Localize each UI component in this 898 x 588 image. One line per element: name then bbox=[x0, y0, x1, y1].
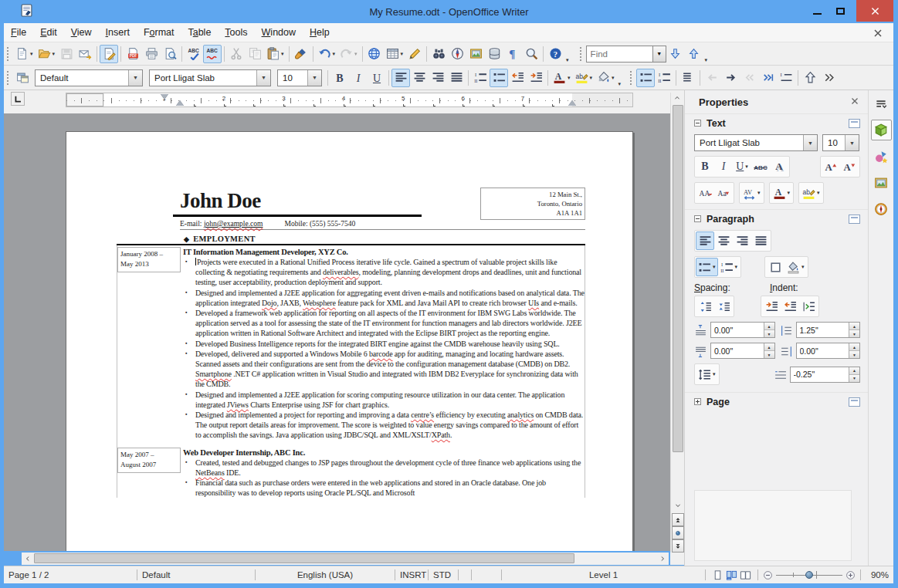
chevron-down-icon[interactable]: ▾ bbox=[612, 75, 615, 81]
toolbar-more-button[interactable] bbox=[819, 69, 838, 87]
gallery-button[interactable] bbox=[466, 45, 485, 63]
new-document-button[interactable]: ▾ bbox=[13, 45, 36, 63]
decrease-indent-button[interactable] bbox=[508, 69, 527, 87]
chevron-down-icon[interactable]: ▼ bbox=[803, 135, 817, 150]
align-justified-button[interactable] bbox=[751, 231, 770, 250]
toolbar-options-button[interactable]: ▾ bbox=[564, 45, 571, 63]
auto-spellcheck-button[interactable]: ABC bbox=[203, 45, 222, 63]
toolbar-grip[interactable] bbox=[578, 46, 583, 62]
decrease-indent-button[interactable] bbox=[781, 297, 799, 316]
right-indent-marker[interactable] bbox=[568, 100, 576, 106]
chevron-down-icon[interactable]: ▾ bbox=[568, 75, 571, 81]
status-page-count[interactable]: Page 1 / 2 bbox=[4, 570, 137, 580]
decrease-spacing-button[interactable] bbox=[714, 297, 733, 316]
paragraph-dialog-launcher-icon[interactable] bbox=[849, 215, 860, 224]
bold-button[interactable]: B bbox=[696, 157, 714, 176]
chevron-down-icon[interactable]: ▼ bbox=[128, 70, 142, 86]
chevron-down-icon[interactable]: ▾ bbox=[757, 190, 761, 196]
hanging-indent-marker[interactable] bbox=[176, 100, 184, 106]
demote-one-level-button[interactable] bbox=[721, 69, 740, 87]
bullets-on-off-button[interactable] bbox=[636, 69, 655, 87]
find-previous-button[interactable] bbox=[685, 45, 703, 63]
uppercase-button[interactable]: AA bbox=[696, 184, 714, 202]
zoom-slider-thumb[interactable] bbox=[805, 571, 813, 579]
copy-button[interactable] bbox=[246, 45, 264, 63]
single-page-view-button[interactable] bbox=[712, 569, 723, 581]
increase-font-size-button[interactable]: A bbox=[822, 157, 840, 176]
chevron-down-icon[interactable]: ▾ bbox=[801, 264, 805, 270]
menu-item-window[interactable]: Window bbox=[255, 25, 303, 40]
collapse-icon[interactable] bbox=[694, 120, 701, 127]
export-pdf-button[interactable]: PDF bbox=[124, 45, 142, 63]
minimize-button[interactable] bbox=[805, 2, 829, 19]
sidebar-font-name-combo[interactable]: Port Lligat Slab▼ bbox=[694, 134, 818, 151]
chevron-down-icon[interactable]: ▾ bbox=[281, 51, 284, 57]
font-color-button[interactable]: A▾ bbox=[771, 184, 793, 202]
next-page-button[interactable] bbox=[672, 539, 684, 553]
font-color-button[interactable]: A▾ bbox=[551, 69, 573, 87]
underline-button[interactable]: U▾ bbox=[733, 157, 751, 176]
spinner-buttons[interactable]: ▲▼ bbox=[764, 343, 774, 358]
spinner-buttons[interactable]: ▲▼ bbox=[764, 323, 774, 337]
promote-one-level-button[interactable] bbox=[703, 69, 721, 87]
lowercase-button[interactable]: Aa bbox=[714, 184, 733, 202]
line-spacing-button[interactable]: ▾ bbox=[696, 365, 718, 384]
increase-spacing-button[interactable] bbox=[696, 297, 714, 316]
tab-properties-button[interactable] bbox=[871, 120, 892, 140]
first-line-indent-field[interactable]: ▲▼ bbox=[790, 367, 860, 383]
email-link[interactable]: john@example.com bbox=[204, 220, 263, 228]
below-paragraph-spacing-field[interactable]: ▲▼ bbox=[710, 343, 775, 359]
menu-item-format[interactable]: Format bbox=[137, 25, 181, 40]
promote-with-subpoints-button[interactable] bbox=[740, 69, 758, 87]
chevron-down-icon[interactable]: ▾ bbox=[788, 190, 791, 196]
shadow-button[interactable]: A bbox=[770, 157, 788, 176]
spinner-buttons[interactable]: ▲▼ bbox=[849, 343, 859, 358]
section-header-text[interactable]: Text bbox=[685, 113, 868, 132]
zoom-out-icon[interactable] bbox=[763, 570, 773, 580]
multi-page-view-button[interactable] bbox=[726, 569, 737, 581]
help-button[interactable]: ? bbox=[546, 45, 564, 63]
toolbar-grip[interactable] bbox=[629, 70, 633, 86]
horizontal-scroll-thumb[interactable] bbox=[34, 553, 574, 563]
numbering-on-off-button[interactable]: III bbox=[655, 69, 673, 87]
increase-indent-button[interactable] bbox=[527, 69, 545, 87]
vertical-scroll-thumb[interactable] bbox=[673, 105, 683, 452]
save-button[interactable] bbox=[57, 45, 76, 63]
menu-item-file[interactable]: File bbox=[4, 25, 33, 40]
clone-formatting-button[interactable] bbox=[292, 45, 310, 63]
styles-and-formatting-button[interactable] bbox=[13, 69, 32, 87]
data-sources-button[interactable] bbox=[485, 45, 503, 63]
no-list-button[interactable] bbox=[679, 69, 697, 87]
navigator-button[interactable] bbox=[448, 45, 466, 63]
zoom-in-icon[interactable] bbox=[845, 570, 856, 580]
move-up-button[interactable] bbox=[801, 69, 819, 87]
collapse-icon[interactable] bbox=[694, 215, 701, 222]
after-text-indent-field[interactable]: ▲▼ bbox=[796, 343, 861, 359]
increase-indent-button[interactable] bbox=[762, 297, 781, 316]
page-dialog-launcher-icon[interactable] bbox=[849, 397, 860, 407]
sidebar-font-size-combo[interactable]: 10▼ bbox=[822, 134, 859, 151]
document-close-button[interactable] bbox=[872, 27, 884, 39]
scroll-right-arrow-icon[interactable] bbox=[656, 553, 669, 564]
hyperlink-button[interactable] bbox=[365, 45, 384, 63]
chevron-down-icon[interactable]: ▾ bbox=[745, 164, 748, 170]
scroll-up-arrow-icon[interactable] bbox=[671, 93, 683, 103]
status-language[interactable]: English (USA) bbox=[256, 570, 395, 580]
table-button[interactable]: ▾ bbox=[384, 45, 406, 63]
menu-item-insert[interactable]: Insert bbox=[99, 25, 137, 40]
align-left-button[interactable] bbox=[391, 69, 410, 87]
menu-item-edit[interactable]: Edit bbox=[33, 25, 64, 40]
navigation-button[interactable] bbox=[672, 526, 684, 539]
page-preview-button[interactable] bbox=[161, 45, 179, 63]
horizontal-scrollbar[interactable] bbox=[22, 553, 669, 565]
menu-item-tools[interactable]: Tools bbox=[218, 25, 254, 40]
zoom-button[interactable] bbox=[522, 45, 540, 63]
demote-with-subpoints-button[interactable] bbox=[758, 69, 777, 87]
insert-unnumbered-entry-button[interactable]: I bbox=[777, 69, 795, 87]
align-justified-button[interactable] bbox=[447, 69, 466, 87]
first-line-indent-marker[interactable] bbox=[161, 94, 168, 100]
chevron-down-icon[interactable]: ▼ bbox=[307, 70, 321, 86]
chevron-down-icon[interactable]: ▾ bbox=[53, 51, 56, 57]
paste-button[interactable]: ▾ bbox=[264, 45, 286, 63]
text-dialog-launcher-icon[interactable] bbox=[849, 119, 860, 128]
